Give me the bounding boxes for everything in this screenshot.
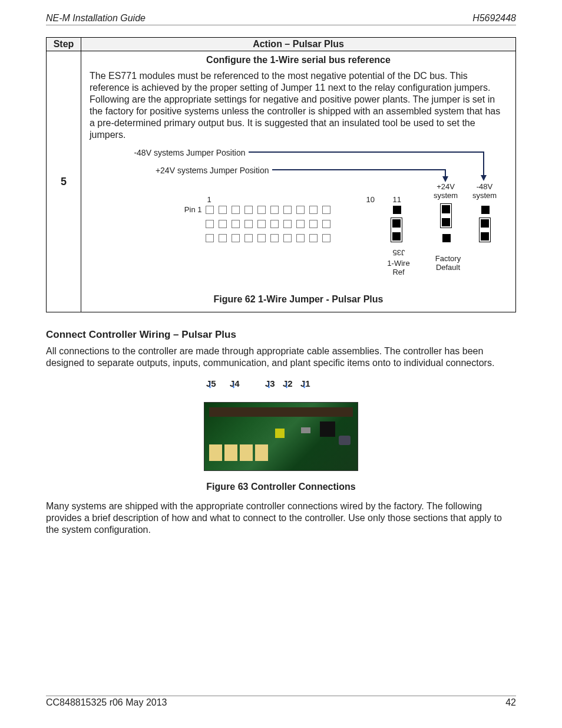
arrow-j4: ↓ (231, 378, 236, 391)
label-neg48: -48V systems Jumper Position (92, 148, 246, 157)
figure-62-caption: Figure 62 1-Wire Jumper - Pulsar Plus (90, 294, 507, 305)
jumper-diagram: -48V systems Jumper Position +24V system… (92, 147, 505, 288)
line-neg48-h (249, 151, 484, 153)
pin-n48-jumper (479, 218, 491, 242)
connector-labels: J5 J4 J3 J2 J1 ↓ ↓ ↓ ↓ ↓ (201, 378, 361, 402)
col-step: Step (47, 38, 81, 51)
section-p2: Many systems are shipped with the approp… (46, 500, 516, 536)
pin-row-2 (206, 220, 335, 230)
pin-col11-jumper (391, 218, 402, 242)
label-j35: J35 (388, 248, 409, 257)
pin-n48-r1 (481, 206, 490, 216)
section-p1: All connections to the controller are ma… (46, 345, 516, 369)
label-p24sys: +24V system (432, 182, 460, 200)
pin-row-3 (206, 234, 335, 245)
pin-row-1 (206, 206, 335, 216)
col-action: Action – Pulsar Plus (81, 38, 516, 51)
label-onewire: 1-Wire Ref (384, 259, 414, 276)
pin-p24-r3 (442, 234, 451, 245)
action-cell: Configure the 1-Wire serial bus referenc… (81, 51, 516, 312)
page-footer: CC848815325 r06 May 2013 42 (46, 696, 516, 708)
footer-right: 42 (505, 697, 516, 708)
label-n11: 11 (393, 195, 401, 204)
label-pos24: +24V systems Jumper Position (92, 166, 269, 175)
section-title: Connect Controller Wiring – Pulsar Plus (46, 329, 516, 341)
header-right: H5692448 (472, 13, 516, 24)
row-subhead: Configure the 1-Wire serial bus referenc… (90, 55, 507, 65)
page-header: NE-M Installation Guide H5692448 (46, 13, 516, 25)
pin-col11-r1 (393, 206, 401, 216)
label-pin1: Pin 1 (181, 205, 202, 214)
step-table: Step Action – Pulsar Plus 5 Configure th… (46, 37, 516, 312)
arrow-j2: ↓ (284, 378, 289, 391)
pcb-image (204, 402, 358, 471)
header-left: NE-M Installation Guide (46, 13, 146, 24)
arrow-j5: ↓ (207, 378, 213, 391)
label-n10: 10 (366, 195, 375, 204)
board-figure: J5 J4 J3 J2 J1 ↓ ↓ ↓ ↓ ↓ Figure 63 Contr… (201, 378, 361, 492)
label-n1: 1 (207, 195, 211, 204)
arrow-j3: ↓ (266, 378, 272, 391)
figure-63-caption: Figure 63 Controller Connections (201, 482, 361, 492)
arrow-pos24 (442, 176, 448, 182)
line-neg48-v (483, 151, 484, 176)
label-factory: Factory Default (431, 254, 466, 272)
line-pos24-h (272, 169, 446, 170)
arrow-j1: ↓ (302, 378, 307, 391)
arrow-neg48 (481, 175, 487, 181)
row-body: The ES771 modules must be referenced to … (90, 70, 507, 141)
pin-p24-jumper (440, 203, 452, 228)
footer-left: CC848815325 r06 May 2013 (46, 697, 167, 708)
label-n48sys: -48V system (471, 182, 499, 200)
step-number: 5 (47, 51, 81, 312)
